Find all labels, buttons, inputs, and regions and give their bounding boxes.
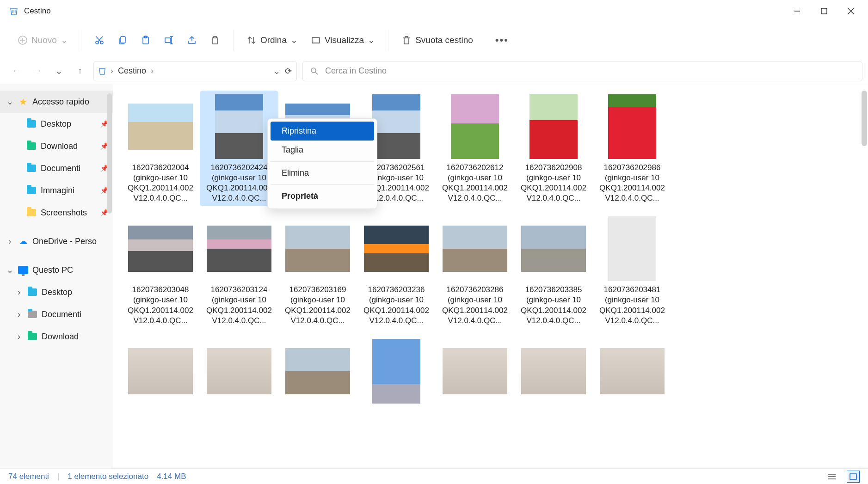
sidebar-item-documenti[interactable]: Documenti 📌 <box>0 157 113 179</box>
context-delete[interactable]: Elimina <box>271 164 374 183</box>
sidebar-item-label: Documenti <box>41 164 80 173</box>
scissors-icon <box>94 35 105 45</box>
search-input[interactable] <box>325 66 855 76</box>
status-selection: 1 elemento selezionato <box>68 472 148 481</box>
content-pane[interactable]: 1620736202004 (ginkgo-user 10 QKQ1.20011… <box>113 84 868 468</box>
view-button[interactable]: Visualizza ⌄ <box>304 30 382 50</box>
sidebar-item-label: Download <box>41 141 78 151</box>
delete-button[interactable] <box>203 31 227 50</box>
file-thumbnail <box>206 93 272 160</box>
file-item[interactable] <box>436 335 514 410</box>
file-item[interactable]: 1620736202004 (ginkgo-user 10 QKQ1.20011… <box>121 91 200 206</box>
status-size: 4.14 MB <box>157 472 186 481</box>
recent-locations-button[interactable]: ⌄ <box>51 63 67 79</box>
file-item[interactable]: 1620736202986 (ginkgo-user 10 QKQ1.20011… <box>593 91 671 206</box>
navigation-row: ← → ⌄ ↑ › Cestino › ⌄ ⟳ <box>0 58 868 84</box>
sidebar-item-onedrive[interactable]: › ☁ OneDrive - Perso <box>0 230 113 252</box>
details-view-button[interactable] <box>825 471 838 483</box>
sidebar-item-immagini[interactable]: Immagini 📌 <box>0 179 113 202</box>
file-item[interactable]: 1620736203236 (ginkgo-user 10 QKQ1.20011… <box>357 213 436 328</box>
chevron-right-icon: › <box>15 288 23 297</box>
clipboard-icon <box>141 35 151 45</box>
svg-line-21 <box>315 72 318 74</box>
file-item[interactable]: 1620736203385 (ginkgo-user 10 QKQ1.20011… <box>514 213 593 328</box>
file-thumbnail <box>442 215 508 282</box>
context-properties[interactable]: Proprietà <box>271 187 374 206</box>
forward-button[interactable]: → <box>30 63 45 79</box>
search-icon <box>310 67 319 75</box>
rename-button[interactable] <box>157 31 180 50</box>
file-item[interactable]: 1620736203481 (ginkgo-user 10 QKQ1.20011… <box>593 213 671 328</box>
content-scrollbar-thumb[interactable] <box>862 91 867 146</box>
file-item[interactable] <box>121 335 200 410</box>
file-name: 1620736203236 (ginkgo-user 10 QKQ1.20011… <box>360 285 433 325</box>
search-bar[interactable] <box>302 61 862 81</box>
file-name: 1620736203169 (ginkgo-user 10 QKQ1.20011… <box>281 285 354 325</box>
context-cut[interactable]: Taglia <box>271 141 374 159</box>
sidebar-scrollbar-thumb[interactable] <box>107 93 112 214</box>
empty-bin-button[interactable]: Svuota cestino <box>395 31 480 50</box>
file-item[interactable] <box>278 335 357 410</box>
new-button[interactable]: Nuovo ⌄ <box>11 30 74 50</box>
sidebar-item-screenshots[interactable]: Screenshots 📌 <box>0 202 113 224</box>
file-item[interactable] <box>200 335 278 410</box>
sidebar-item-download[interactable]: Download 📌 <box>0 135 113 157</box>
file-item[interactable]: 1620736203124 (ginkgo-user 10 QKQ1.20011… <box>200 213 278 328</box>
sort-icon <box>246 35 257 45</box>
chevron-down-icon: ⌄ <box>368 35 375 45</box>
chevron-down-icon[interactable]: ⌄ <box>273 66 280 76</box>
up-button[interactable]: ↑ <box>72 63 88 79</box>
maximize-button[interactable] <box>811 2 837 20</box>
minimize-button[interactable] <box>784 2 811 20</box>
folder-icon <box>27 287 38 298</box>
breadcrumb-location[interactable]: Cestino <box>118 66 146 76</box>
file-thumbnail <box>442 93 508 160</box>
file-thumbnail <box>206 215 272 282</box>
folder-icon <box>26 163 37 174</box>
sidebar-item-desktop[interactable]: Desktop 📌 <box>0 113 113 135</box>
chevron-right-icon[interactable]: › <box>151 66 154 76</box>
sidebar-item-pc-download[interactable]: › Download <box>0 325 113 348</box>
chevron-right-icon: › <box>6 237 14 246</box>
cut-button[interactable] <box>88 31 111 50</box>
file-item[interactable]: 1620736203048 (ginkgo-user 10 QKQ1.20011… <box>121 213 200 328</box>
thumbnails-view-button[interactable] <box>847 471 860 483</box>
file-item[interactable]: 1620736202612 (ginkgo-user 10 QKQ1.20011… <box>436 91 514 206</box>
svg-rect-1 <box>821 8 827 14</box>
sidebar-item-label: Questo PC <box>32 265 73 275</box>
file-item[interactable]: 1620736202424 (ginkgo-user 10 QKQ1.20011… <box>200 91 278 206</box>
file-item[interactable] <box>593 335 671 410</box>
folder-icon <box>26 185 37 196</box>
paste-button[interactable] <box>134 31 157 50</box>
sidebar-item-label: Desktop <box>41 119 71 129</box>
file-item[interactable]: 1620736202908 (ginkgo-user 10 QKQ1.20011… <box>514 91 593 206</box>
sidebar-item-quick-access[interactable]: ⌄ ★ Accesso rapido <box>0 91 113 113</box>
file-item[interactable]: 1620736203169 (ginkgo-user 10 QKQ1.20011… <box>278 213 357 328</box>
more-button[interactable]: ••• <box>489 30 515 51</box>
copy-button[interactable] <box>111 31 134 50</box>
refresh-button[interactable]: ⟳ <box>285 66 292 76</box>
file-thumbnail <box>284 338 351 404</box>
toolbar: Nuovo ⌄ Ordina ⌄ Visualizza ⌄ Svuota ces… <box>0 22 868 58</box>
close-button[interactable] <box>837 2 864 20</box>
sidebar-item-pc-documenti[interactable]: › Documenti <box>0 303 113 325</box>
address-bar[interactable]: › Cestino › ⌄ ⟳ <box>93 61 297 81</box>
chevron-down-icon: ⌄ <box>290 35 298 45</box>
file-item[interactable] <box>357 335 436 410</box>
chevron-right-icon: › <box>15 332 23 342</box>
share-button[interactable] <box>180 31 203 50</box>
share-icon <box>187 35 197 45</box>
empty-bin-label: Svuota cestino <box>415 35 473 45</box>
context-restore[interactable]: Ripristina <box>271 122 374 141</box>
folder-icon <box>26 118 37 129</box>
back-button[interactable]: ← <box>8 63 24 79</box>
file-item[interactable]: 1620736203286 (ginkgo-user 10 QKQ1.20011… <box>436 213 514 328</box>
status-bar: 74 elementi | 1 elemento selezionato 4.1… <box>0 468 868 484</box>
file-name: 1620736203286 (ginkgo-user 10 QKQ1.20011… <box>438 285 511 325</box>
ellipsis-icon: ••• <box>495 34 509 46</box>
file-item[interactable] <box>514 335 593 410</box>
sidebar-item-this-pc[interactable]: ⌄ Questo PC <box>0 259 113 281</box>
new-label: Nuovo <box>31 35 57 45</box>
sort-button[interactable]: Ordina ⌄ <box>240 30 304 50</box>
sidebar-item-pc-desktop[interactable]: › Desktop <box>0 281 113 303</box>
